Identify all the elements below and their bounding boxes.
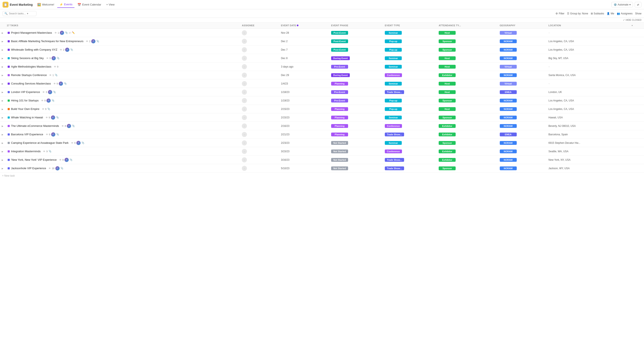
assignee-avatar[interactable]: ○ bbox=[242, 81, 247, 86]
task-name[interactable]: Barcelona VIP Experience bbox=[11, 133, 43, 136]
assignee-avatar[interactable]: ○ bbox=[242, 132, 247, 137]
expand-icon[interactable]: ▶ bbox=[2, 125, 4, 127]
assignee-avatar[interactable]: ○ bbox=[242, 115, 247, 120]
expand-icon[interactable]: ▶ bbox=[2, 74, 4, 76]
filter-button[interactable]: ⚙ Filter bbox=[556, 12, 564, 15]
task-name[interactable]: Remote Startups Conference bbox=[11, 73, 47, 77]
assignee-cell[interactable]: ○ bbox=[240, 79, 279, 88]
expand-icon[interactable]: ▶ bbox=[2, 83, 4, 85]
assignee-cell[interactable]: ○ bbox=[240, 113, 279, 122]
expand-icon[interactable]: ▶ bbox=[2, 100, 4, 102]
assignee-cell[interactable]: ○ bbox=[240, 29, 279, 37]
assignee-avatar[interactable]: ○ bbox=[242, 149, 247, 154]
assignee-cell[interactable]: ○ bbox=[240, 156, 279, 164]
tab-event-calendar[interactable]: 📅 Event Calendar bbox=[75, 2, 103, 8]
expand-icon[interactable]: ▶ bbox=[2, 117, 4, 119]
expand-icon[interactable]: ▶ bbox=[2, 66, 4, 68]
row-expand-cell[interactable]: ▶ bbox=[0, 105, 6, 113]
task-name[interactable]: Whale Watching in Hawaii bbox=[11, 116, 43, 119]
assignee-avatar[interactable]: ○ bbox=[242, 124, 247, 129]
row-expand-cell[interactable]: ▶ bbox=[0, 79, 6, 88]
row-expand-cell[interactable]: ▶ bbox=[0, 130, 6, 139]
assignee-cell[interactable]: ○ bbox=[240, 45, 279, 54]
assignee-cell[interactable]: ○ bbox=[240, 147, 279, 156]
assignee-cell[interactable]: ○ bbox=[240, 88, 279, 96]
assignee-cell[interactable]: ○ bbox=[240, 62, 279, 71]
assignee-avatar[interactable]: ○ bbox=[242, 157, 247, 163]
row-expand-cell[interactable]: ▶ bbox=[0, 139, 6, 147]
assignee-avatar[interactable]: ○ bbox=[242, 98, 247, 103]
expand-icon[interactable]: ▶ bbox=[2, 142, 4, 144]
task-name[interactable]: Basic Affiliate Marketing Techniques for… bbox=[11, 40, 83, 43]
expand-icon[interactable]: ▶ bbox=[2, 167, 4, 170]
assignees-button[interactable]: 👥 Assignees bbox=[617, 12, 632, 15]
assignee-avatar[interactable]: ○ bbox=[242, 39, 247, 44]
assignee-avatar[interactable]: ○ bbox=[242, 90, 247, 95]
hide-closed-label[interactable]: ✓ HIDE CLOSED bbox=[623, 19, 642, 21]
assignee-cell[interactable]: ○ bbox=[240, 122, 279, 130]
assignee-avatar[interactable]: ○ bbox=[242, 47, 247, 52]
tab-welcome[interactable]: 🖼️ Welcome! bbox=[35, 2, 56, 8]
share-button[interactable]: ⇄ bbox=[635, 2, 642, 7]
me-button[interactable]: 👤 Me bbox=[607, 12, 614, 15]
automate-button[interactable]: ⚙️ Automate ▾ bbox=[611, 2, 633, 7]
assignee-avatar[interactable]: ○ bbox=[242, 140, 247, 146]
assignee-cell[interactable]: ○ bbox=[240, 71, 279, 79]
row-expand-cell[interactable]: ▶ bbox=[0, 45, 6, 54]
task-name[interactable]: Build Your Own Empire bbox=[11, 107, 40, 111]
expand-icon[interactable]: ▶ bbox=[2, 49, 4, 51]
row-expand-cell[interactable]: ▶ bbox=[0, 54, 6, 62]
row-expand-cell[interactable]: ▶ bbox=[0, 71, 6, 79]
task-name[interactable]: Skiing Sessions at Big Sky bbox=[11, 56, 44, 60]
row-expand-cell[interactable]: ▶ bbox=[0, 96, 6, 105]
tab-events[interactable]: ⚡ Events bbox=[57, 1, 75, 8]
row-expand-cell[interactable]: ▶ bbox=[0, 122, 6, 130]
row-expand-cell[interactable]: ▶ bbox=[0, 147, 6, 156]
expand-icon[interactable]: ▶ bbox=[2, 159, 4, 161]
assignee-avatar[interactable]: ○ bbox=[242, 73, 247, 78]
row-expand-cell[interactable]: ▶ bbox=[0, 164, 6, 173]
task-name[interactable]: Consulting Services Masterclass bbox=[11, 82, 51, 85]
expand-icon[interactable]: ▶ bbox=[2, 40, 4, 42]
assignee-cell[interactable]: ○ bbox=[240, 130, 279, 139]
add-task-button[interactable]: + New task bbox=[0, 173, 644, 179]
row-expand-cell[interactable]: ▶ bbox=[0, 62, 6, 71]
th-event-date[interactable]: EVENT DATE bbox=[279, 22, 329, 29]
row-expand-cell[interactable]: ▶ bbox=[0, 29, 6, 37]
expand-icon[interactable]: ▶ bbox=[2, 91, 4, 93]
task-name[interactable]: Hiring 101 for Startups bbox=[11, 99, 38, 102]
task-name[interactable]: Project Management Masterclass bbox=[11, 31, 52, 34]
expand-icon[interactable]: ▶ bbox=[2, 150, 4, 153]
row-expand-cell[interactable]: ▶ bbox=[0, 88, 6, 96]
assignee-avatar[interactable]: ○ bbox=[242, 30, 247, 35]
assignee-cell[interactable]: ○ bbox=[240, 139, 279, 147]
assignee-avatar[interactable]: ○ bbox=[242, 56, 247, 61]
row-expand-cell[interactable]: ▶ bbox=[0, 156, 6, 164]
subtasks-button[interactable]: ⊞ Subtasks bbox=[591, 12, 604, 15]
assignee-avatar[interactable]: ○ bbox=[242, 64, 247, 69]
expand-icon[interactable]: ▶ bbox=[2, 57, 4, 59]
row-expand-cell[interactable]: ▶ bbox=[0, 37, 6, 45]
task-name[interactable]: The Ultimate eCommerce Masterminds bbox=[11, 124, 59, 128]
show-button[interactable]: Show bbox=[635, 12, 642, 15]
expand-icon[interactable]: ▶ bbox=[2, 108, 4, 110]
assignee-cell[interactable]: ○ bbox=[240, 54, 279, 62]
task-name[interactable]: 'New York, New York' VIP Experience bbox=[11, 158, 57, 161]
group-by-button[interactable]: ☰ Group by: None bbox=[567, 12, 588, 15]
expand-icon[interactable]: ▶ bbox=[2, 32, 4, 34]
row-expand-cell[interactable]: ▶ bbox=[0, 113, 6, 122]
assignee-avatar[interactable]: ○ bbox=[242, 107, 247, 112]
assignee-avatar[interactable]: ○ bbox=[242, 166, 247, 171]
assignee-cell[interactable]: ○ bbox=[240, 105, 279, 113]
task-name[interactable]: Wholesale Selling with Company XYZ bbox=[11, 48, 57, 51]
task-name[interactable]: Integration Masterminds bbox=[11, 150, 40, 153]
task-name[interactable]: London VIP Experience bbox=[11, 90, 40, 94]
expand-icon[interactable]: ▶ bbox=[2, 133, 4, 136]
assignee-cell[interactable]: ○ bbox=[240, 96, 279, 105]
task-name[interactable]: Agile Methodologies Masterclass bbox=[11, 65, 51, 68]
task-name[interactable]: Jacksonhole VIP Experience bbox=[11, 167, 46, 170]
search-box[interactable]: 🔍 Search tasks... ▾ bbox=[2, 11, 36, 16]
tab-add-view[interactable]: + View bbox=[104, 2, 117, 7]
task-name[interactable]: Camping Experience at Assateague State P… bbox=[11, 141, 68, 144]
assignee-cell[interactable]: ○ bbox=[240, 37, 279, 45]
